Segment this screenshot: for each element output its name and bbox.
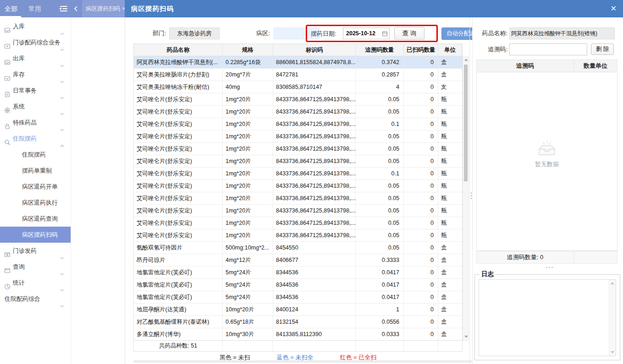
table-row[interactable]: 艾司唑仑片(舒乐安定)1mg*20片8433736,8647125,894137… [134, 180, 462, 192]
spec-cell: 1mg*20片 [223, 168, 273, 179]
trace-qty-cell: 0.1 [356, 118, 404, 130]
sidebar-item-label: 日常事务 [13, 87, 37, 94]
unit-cell: 盒 [438, 279, 462, 291]
trace-qty-cell: 0.3742 [356, 56, 404, 68]
scanned-qty-cell: 0 [404, 279, 438, 291]
table-scrollbar[interactable] [463, 56, 469, 341]
sidebar-item-9[interactable]: 查询 [0, 259, 71, 275]
table-row[interactable]: 艾司唑仑片(舒乐安定)1mg*20片8433736,8647125,894137… [134, 168, 462, 180]
horizontal-splitter[interactable] [476, 266, 617, 269]
table-row[interactable]: 地氯雷他定片(芙必叮)5mg*24片83445360.04170盒 [134, 266, 462, 279]
table-row[interactable]: 艾司唑仑片(舒乐安定)1mg*20片8433736,8647125,894137… [134, 205, 462, 217]
log-scroll-down-icon[interactable] [611, 351, 614, 353]
drug-name-cell: 地氯雷他定片(芙必叮) [134, 266, 223, 278]
chevron-down-icon [60, 250, 64, 252]
log-content[interactable] [479, 279, 616, 356]
sidebar-subitem-7-1[interactable]: 摆药单重制 [0, 163, 71, 179]
horizontal-scrollbar[interactable] [133, 360, 473, 363]
sidebar-subitem-7-0[interactable]: 住院摆药 [0, 147, 71, 163]
table-row[interactable]: 对乙酰氨基酚缓释片(泰诺林)0.65g*18片81321540.05560盒 [134, 316, 462, 328]
hsplitter-handle[interactable] [546, 267, 547, 268]
scanned-qty-cell: 0 [404, 155, 438, 167]
spec-cell: 500mg:10mg*2... [223, 242, 273, 254]
department-input[interactable]: 东海急诊药房 [169, 27, 220, 39]
vertical-splitter[interactable] [469, 17, 473, 364]
splitter-handle[interactable] [471, 195, 472, 196]
table-row[interactable]: 艾司唑仑片(舒乐安定)1mg*20片8433736,8647125,894137… [134, 130, 462, 143]
sidebar-item-11[interactable]: 住院配药综合 [0, 291, 71, 307]
drug-name-header[interactable]: 药品名称 [134, 44, 223, 56]
table-row[interactable]: 艾司唑仑片(舒乐安定)1mg*20片8433736,8647125,894137… [134, 217, 462, 229]
date-input[interactable]: 2025-10-12 [343, 27, 390, 39]
spec-cell: 1mg*20片 [223, 192, 273, 204]
trace-qty-cell: 0.0556 [356, 316, 404, 328]
table-row[interactable]: 艾司唑仑片(舒乐安定)1mg*20片8433736,8647125,894137… [134, 118, 462, 130]
sidebar-item-4[interactable]: 日常事务 [0, 82, 71, 98]
sidebar-item-0[interactable]: 入库 [0, 18, 71, 34]
sidebar-item-10[interactable]: 统计 [0, 275, 71, 291]
sidebar-subitem-7-2[interactable]: 病区退药开单 [0, 179, 71, 195]
drug-name-input[interactable]: 阿莫西林克拉维酸钾干混悬剂(铿锵) [509, 27, 615, 39]
unit-header[interactable]: 单位 [438, 44, 462, 56]
table-row[interactable]: 艾司唑仑片(舒乐安定)1mg*20片8433736,8647125,894137… [134, 93, 462, 106]
query-button[interactable]: 查 询 [394, 27, 425, 40]
sidebar-subitem-7-3[interactable]: 病区退药执行 [0, 195, 71, 211]
open-tab[interactable]: 病区摆药扫码× [82, 0, 125, 17]
drug-name-cell: 艾司唑仑片(舒乐安定) [134, 106, 223, 118]
table-row[interactable]: 艾司唑仑片(舒乐安定)1mg*20片8433736,8647125,894137… [134, 155, 462, 168]
table-row[interactable]: 阿莫西林克拉维酸钾干混悬剂(...0.2285g*16袋8860861,8155… [134, 56, 462, 69]
log-scroll-up-icon[interactable] [611, 282, 614, 284]
table-row[interactable]: 艾司奥美拉唑钠冻干粉(耐信)40mg8308585,871014740支 [134, 81, 462, 93]
sidebar-subitem-7-5[interactable]: 病区摆药扫码 [0, 227, 71, 243]
table-row[interactable]: 艾司唑仑片(舒乐安定)1mg*20片8433736,8647125,894137… [134, 192, 462, 205]
table-row[interactable]: 多潘立酮片(博华)10mg*30片8413385,81123900.03330盒 [134, 328, 462, 341]
identifier-cell: 8433736,8647125,89413798,... [273, 106, 356, 118]
trace-qty-cell: 0.05 [356, 155, 404, 167]
table-row[interactable]: 地氯雷他定片(芙必叮)5mg*24片83445360.04170盒 [134, 291, 462, 304]
trace-code-input[interactable] [509, 43, 587, 55]
scanned-qty-header[interactable]: 已扫码数量 [404, 44, 438, 56]
unit-cell: 支 [438, 81, 462, 93]
trace-count-text: 追溯码数量: 0 [477, 251, 574, 263]
table-row[interactable]: 地氯雷他定片(芙必叮)5mg*24片83445360.04170盒 [134, 279, 462, 291]
table-row[interactable]: 氨酚双氢可待因片500mg:10mg*2...84545500.050盒 [134, 242, 462, 254]
spec-header[interactable]: 规格 [223, 44, 273, 56]
scanned-qty-cell: 0 [404, 118, 438, 130]
sidebar-item-2[interactable]: 出库 [0, 50, 71, 66]
menu-fold-icon[interactable] [59, 5, 68, 12]
sidebar-item-5[interactable]: 系统 [0, 98, 71, 114]
scrollbar-thumb[interactable] [464, 65, 468, 181]
log-scrollbar[interactable] [609, 280, 616, 356]
sidebar-item-label: 住院配药综合 [5, 295, 40, 302]
tab-all[interactable]: 全部 [0, 0, 22, 17]
table-row[interactable]: 艾司唑仑片(舒乐安定)1mg*20片8433736,8647125,894137… [134, 106, 462, 118]
sidebar-item-7[interactable]: 住院摆药 [0, 130, 71, 147]
chevron-left-icon[interactable] [73, 4, 81, 14]
sidebar-item-8[interactable]: 门诊发药 [0, 243, 71, 259]
scroll-down-icon[interactable] [464, 336, 468, 338]
page-titlebar: 病区摆药扫码 ✕ [125, 0, 623, 17]
sidebar-item-3[interactable]: 库存 [0, 66, 71, 82]
table-row[interactable]: 艾司唑仑片(舒乐安定)1mg*20片8433736,8647125,894137… [134, 143, 462, 155]
tab-common[interactable]: 常用 [24, 0, 46, 17]
sidebar-item-1[interactable]: 门诊配药综合业务 [0, 34, 71, 50]
date-label: 摆药日期: [311, 28, 341, 40]
sidebar-item-6[interactable]: 特殊药品 [0, 114, 71, 130]
clipboard-icon [4, 87, 11, 94]
sidebar-subitem-7-4[interactable]: 病区退药查询 [0, 211, 71, 227]
table-row[interactable]: 昂丹司琼片4mg*12片84066770.33330盒 [134, 254, 462, 266]
unit-cell: 瓶 [438, 168, 462, 179]
table-row[interactable]: 艾司奥美拉唑肠溶片(力舒刻)20mg*7片84727810.28570盒 [134, 69, 462, 81]
drug-name-cell: 艾司唑仑片(舒乐安定) [134, 205, 223, 217]
page-title: 病区摆药扫码 [131, 0, 174, 17]
table-row[interactable]: 艾司唑仑片(舒乐安定)1mg*20片8433736,8647125,894137… [134, 229, 462, 242]
unit-cell: 瓶 [438, 229, 462, 241]
close-icon[interactable]: ✕ [611, 0, 617, 17]
table-row[interactable]: 地屈孕酮片(达芙通)10mg*20片840012410盒 [134, 304, 462, 316]
trace-qty-header[interactable]: 追溯码数量 [356, 44, 404, 56]
scroll-up-icon[interactable] [464, 59, 468, 61]
drug-name-label: 药品名称: [474, 27, 507, 39]
identifier-header[interactable]: 标识码 [273, 44, 356, 56]
drug-name-cell: 昂丹司琼片 [134, 254, 223, 266]
delete-button[interactable]: 删 除 [591, 43, 614, 55]
